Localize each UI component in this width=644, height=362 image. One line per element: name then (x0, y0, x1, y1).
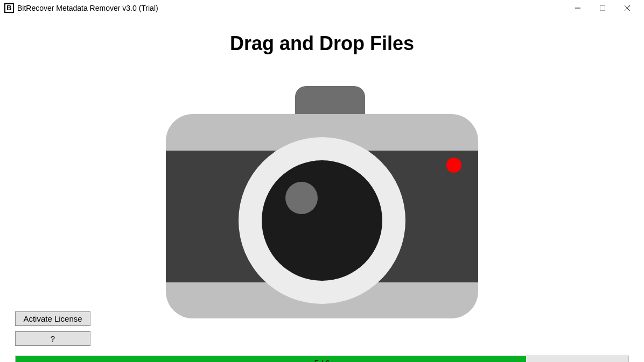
close-button[interactable] (615, 0, 640, 16)
activate-license-button[interactable]: Activate License (15, 311, 90, 326)
minimize-icon (575, 5, 580, 11)
help-button[interactable]: ? (15, 331, 90, 346)
app-icon: B (4, 3, 14, 13)
maximize-button[interactable] (590, 0, 615, 16)
svg-point-9 (262, 160, 382, 281)
drop-zone[interactable] (160, 81, 484, 323)
progress-label: 5 / 6 (16, 356, 628, 362)
window-title: BitRecover Metadata Remover v3.0 (Trial) (17, 4, 565, 12)
maximize-icon (600, 5, 605, 11)
app-icon-letter: B (6, 4, 11, 11)
minimize-button[interactable] (565, 0, 590, 16)
svg-point-10 (285, 182, 318, 214)
progress-bar-container: 5 / 6 (15, 356, 629, 362)
camera-icon (160, 81, 484, 323)
side-buttons: Activate License ? (15, 311, 90, 346)
drop-heading: Drag and Drop Files (0, 32, 644, 55)
svg-rect-1 (600, 5, 605, 10)
svg-point-7 (446, 158, 461, 173)
window-controls (565, 0, 640, 16)
titlebar: B BitRecover Metadata Remover v3.0 (Tria… (0, 0, 644, 16)
close-icon (624, 5, 631, 11)
main-area: Drag and Drop Files Activate License ? 5… (0, 32, 644, 362)
